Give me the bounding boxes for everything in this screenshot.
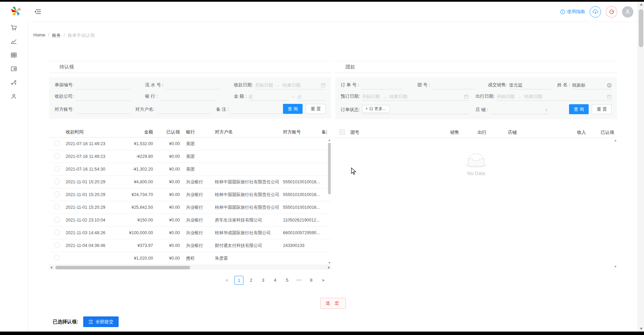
calendar-icon[interactable]	[321, 83, 326, 88]
pending-search-button[interactable]: 查 询	[283, 104, 303, 114]
group-payment-table: 团号 销售 出行 店铺 收入 已认领	[335, 127, 617, 269]
pagination-next[interactable]: >	[319, 276, 328, 285]
cell-bank: 兴业银行	[181, 179, 211, 185]
order-no-label: 订 单 号 :	[341, 82, 359, 89]
breadcrumb-separator: /	[48, 32, 50, 39]
row-radio[interactable]	[54, 242, 60, 248]
pending-table-header: 收款时间 金额 已认领 银行 对方户名 对方账号 备注	[49, 127, 331, 138]
pending-reset-button[interactable]: 重 置	[306, 104, 326, 114]
share-icon[interactable]	[11, 79, 17, 86]
sidebar-collapse-icon[interactable]	[34, 9, 41, 15]
range-arrow: →	[383, 94, 387, 99]
page-scrollbar[interactable]	[638, 2, 644, 332]
group-no-input[interactable]	[432, 81, 474, 89]
table-row[interactable]: 2021-11-04 04:36:46 ¥373.97 ¥0.00 兴业银行 财…	[49, 239, 331, 252]
amount-from-input[interactable]: 起	[249, 93, 289, 101]
pagination-page[interactable]: 5	[283, 276, 292, 285]
cell-time: 2021-11-03 14:48:26	[64, 230, 116, 235]
pay-date-range-input[interactable]: 开始日期 → 结束日期	[255, 81, 326, 89]
customer-name-input[interactable]: 祝振标 ✕	[572, 81, 612, 89]
party-name-input[interactable]	[156, 106, 211, 114]
cart-icon[interactable]	[11, 24, 17, 31]
cloud-download-icon	[592, 9, 599, 15]
shop-select[interactable]: ∨	[490, 106, 548, 114]
line-chart-icon[interactable]	[11, 38, 17, 44]
serial-no-input[interactable]	[165, 81, 220, 89]
sales-input[interactable]: 雷元廷	[509, 81, 551, 89]
row-radio[interactable]	[54, 166, 60, 172]
bottom-black-bar	[0, 332, 644, 335]
table-row[interactable]: ¥1,020.00 ¥0.00 携程 朱彦霖	[49, 252, 331, 265]
order-no-input[interactable]	[361, 81, 402, 89]
select-all-checkbox[interactable]	[339, 129, 345, 135]
group-reset-button[interactable]: 重 置	[592, 104, 612, 114]
cell-party-name: 房车生活家科技有限公司	[211, 217, 282, 223]
table-row[interactable]: 2021-07-16 11:49:23 ¥1,532.00 ¥0.00 美团	[49, 138, 331, 150]
table-row[interactable]: 2021-07-16 11:49:23 -¥229.80 ¥0.00 美团	[49, 150, 331, 163]
calendar-icon[interactable]	[464, 94, 469, 99]
company-input[interactable]	[76, 93, 131, 101]
cell-bank: 美团	[181, 154, 211, 160]
row-radio[interactable]	[54, 204, 60, 210]
amount-to-input[interactable]: 止	[297, 93, 326, 101]
pagination-page-last[interactable]: 8	[307, 276, 316, 285]
pending-claim-title: 待认领	[49, 61, 331, 73]
group-payment-filter-form: 订 单 号 : 团 号 : 成交销售: 雷元廷 姓 名 :	[335, 77, 617, 119]
confirm-select-button[interactable]: 选 定	[320, 298, 346, 309]
row-radio[interactable]	[54, 153, 60, 159]
table-row[interactable]: 2021-11-01 15:20:29 ¥25,642.50 ¥0.00 兴业银…	[49, 201, 331, 214]
party-account-input[interactable]	[76, 106, 131, 114]
user-icon[interactable]	[11, 93, 17, 99]
pending-table-hscrollbar[interactable]	[49, 265, 331, 270]
order-status-more-tag[interactable]: + 11 更多...	[362, 105, 390, 113]
submit-all-button[interactable]: 全部提交	[83, 316, 119, 327]
end-date-placeholder: 结束日期	[524, 94, 542, 100]
cell-time: 2021-11-01 15:20:29	[64, 192, 116, 197]
breadcrumb-home[interactable]: Home	[33, 32, 45, 39]
row-radio[interactable]	[54, 217, 60, 223]
table-row[interactable]: 2021-11-01 15:20:29 ¥24,734.70 ¥0.00 兴业银…	[49, 188, 331, 201]
logout-button[interactable]	[606, 6, 617, 18]
order-status-input[interactable]: + 11 更多...	[362, 104, 469, 114]
row-radio[interactable]	[54, 229, 60, 235]
cloud-download-button[interactable]	[590, 6, 601, 18]
table-row[interactable]: 2021-11-03 14:48:26 ¥100,000.00 ¥0.00 兴业…	[49, 227, 331, 239]
doc-no-input[interactable]	[76, 81, 131, 89]
clear-icon[interactable]: ✕	[607, 83, 612, 88]
col-amount: 金额	[116, 129, 154, 135]
table-row[interactable]: 2021-11-02 23:10:04 ¥150.00 ¥0.00 兴业银行 房…	[49, 214, 331, 227]
travel-date-range-input[interactable]: 开始日期 → 结束日期	[497, 93, 612, 101]
pagination-page[interactable]: 2	[247, 276, 255, 285]
row-radio[interactable]	[54, 140, 60, 146]
remark-input[interactable]	[231, 106, 282, 114]
row-radio[interactable]	[54, 191, 60, 197]
pagination-page[interactable]: 3	[259, 276, 268, 285]
pagination-page[interactable]: 4	[271, 276, 280, 285]
row-radio[interactable]	[54, 179, 60, 184]
cell-party-account: 55501010010016...	[282, 180, 320, 184]
group-search-button[interactable]: 查 询	[569, 104, 589, 114]
table-row[interactable]: 2021-07-16 11:54:30 -¥1,302.20 ¥0.00 美团	[49, 163, 331, 176]
cell-claimed: ¥0.00	[154, 218, 181, 223]
breadcrumb-finance[interactable]: 账务	[52, 32, 61, 39]
cell-amount: ¥100,000.00	[116, 230, 154, 235]
cell-bank: 兴业银行	[181, 192, 211, 198]
book-date-range-input[interactable]: 开始日期 → 结束日期	[362, 93, 469, 101]
calendar-icon[interactable]	[607, 94, 612, 99]
cell-party-name: 桂林中国国际旅行社有限责任公司	[211, 205, 282, 210]
cell-time: 2021-07-16 11:54:30	[64, 167, 116, 172]
bank-input[interactable]	[160, 93, 215, 101]
pending-table-vscrollbar[interactable]	[328, 138, 331, 265]
travel-date-label: 出行日期:	[476, 93, 495, 101]
usage-guide-link[interactable]: 使用指南	[560, 9, 585, 15]
pagination-page[interactable]: 1	[234, 276, 243, 285]
cell-claimed: ¥0.00	[154, 256, 181, 261]
table-row[interactable]: 2021-11-01 15:20:29 ¥4,800.00 ¥0.00 兴业银行…	[49, 176, 331, 188]
group-table-vscrollbar[interactable]	[614, 138, 617, 269]
user-avatar[interactable]	[622, 6, 633, 18]
pagination-ellipsis[interactable]: •••	[295, 276, 304, 285]
row-radio[interactable]	[54, 255, 60, 261]
wallet-icon[interactable]	[11, 66, 17, 72]
grid-icon[interactable]	[11, 52, 17, 58]
pagination-prev[interactable]: <	[222, 276, 231, 285]
